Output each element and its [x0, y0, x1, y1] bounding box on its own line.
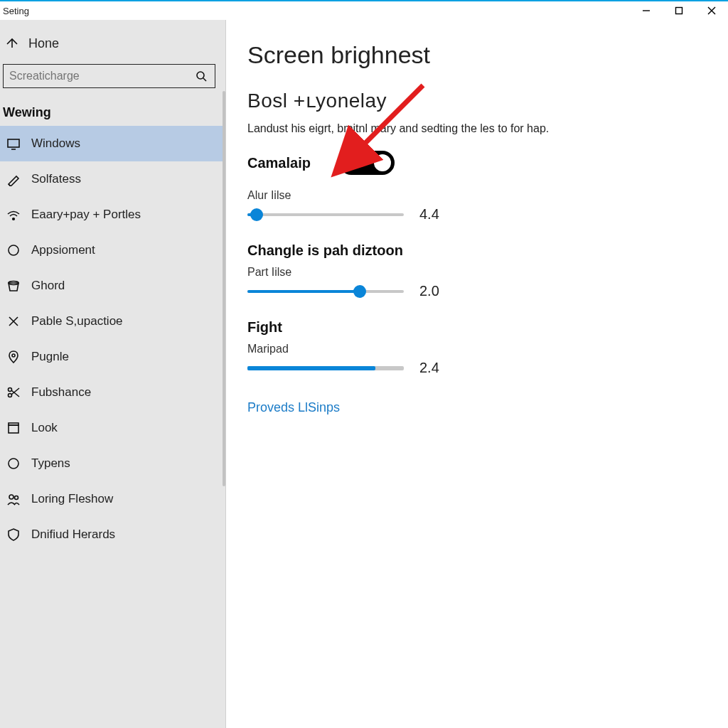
search-input[interactable] — [9, 70, 180, 82]
search-icon — [193, 68, 209, 84]
slider-track[interactable] — [247, 213, 404, 216]
slider-track[interactable] — [247, 290, 404, 293]
slider-track — [247, 366, 404, 370]
page-subheading: Bosl +ʟyonelay — [247, 89, 728, 112]
svg-rect-7 — [8, 139, 19, 147]
sidebar-item-label: Solfatess — [31, 172, 81, 186]
content-pane: Screen brighnest Bosl +ʟyonelay Landust … — [226, 20, 728, 728]
sidebar-item-windows[interactable]: Windows — [0, 126, 225, 161]
display-icon — [6, 136, 21, 151]
svg-point-22 — [9, 459, 18, 469]
slider-value: 2.4 — [419, 360, 439, 376]
close-icon — [707, 6, 716, 15]
home-label: Hone — [28, 36, 59, 51]
people-icon — [6, 491, 21, 507]
sidebar-item-label: Eaary+pay + Portles — [31, 208, 141, 222]
sidebar-item-typens[interactable]: Typens — [0, 446, 225, 481]
section-heading: Changle is pah diztoon — [247, 242, 728, 259]
sidebar: Hone Wewing WindowsSolfatessEaary+pay + … — [0, 20, 226, 728]
svg-rect-20 — [9, 425, 18, 433]
slider-value: 4.4 — [419, 206, 439, 223]
slider-label: Alur Iilse — [247, 189, 728, 202]
page-title: Screen brighnest — [247, 41, 728, 69]
svg-point-23 — [9, 495, 14, 499]
sidebar-item-loring-fleshow[interactable]: Loring Fleshow — [0, 481, 225, 517]
svg-rect-1 — [676, 8, 682, 14]
maximize-icon — [675, 6, 683, 15]
toggle-label: Camalaip — [247, 155, 311, 171]
sidebar-item-label: Dnifiud Herards — [31, 528, 115, 542]
sidebar-item-label: Pable S,upactioe — [31, 314, 123, 328]
svg-point-24 — [15, 496, 18, 500]
close-button[interactable] — [695, 1, 728, 20]
slider-thumb[interactable] — [353, 285, 366, 298]
cross-icon — [6, 314, 21, 329]
slider-value: 2.0 — [419, 283, 439, 299]
box-icon — [6, 420, 21, 436]
pin-icon — [6, 349, 21, 365]
circle-icon — [6, 242, 21, 258]
sidebar-nav: WindowsSolfatessEaary+pay + PortlesAppsi… — [0, 126, 225, 552]
home-icon — [4, 36, 20, 51]
circle-icon — [6, 456, 21, 471]
sidebar-item-pable-s-upactioe[interactable]: Pable S,upactioe — [0, 304, 225, 339]
home-row[interactable]: Hone — [0, 20, 225, 64]
scissors-icon — [6, 385, 21, 400]
svg-point-5 — [197, 72, 204, 79]
sidebar-item-label: Appsioment — [31, 243, 95, 257]
maximize-button[interactable] — [663, 1, 695, 20]
sidebar-item-ghord[interactable]: Ghord — [0, 268, 225, 304]
sidebar-category: Wewing — [0, 98, 225, 126]
sidebar-item-label: Look — [31, 421, 58, 435]
sidebar-item-label: Typens — [31, 456, 70, 471]
sidebar-item-label: Pugnle — [31, 350, 69, 364]
proveds-link[interactable]: Proveds LlSinps — [247, 400, 340, 415]
page-description: Landust his eigrt, bmitnl mary and sedti… — [247, 122, 728, 135]
window-controls — [630, 1, 728, 20]
slider-fill — [247, 290, 360, 293]
minimize-icon — [642, 6, 651, 15]
slider-thumb[interactable] — [250, 208, 263, 221]
toggle-off-indicator-icon — [348, 160, 353, 166]
bucket-icon — [6, 278, 21, 294]
shield-icon — [6, 527, 21, 542]
window-title: Seting — [3, 6, 29, 16]
sidebar-item-pugnle[interactable]: Pugnle — [0, 339, 225, 375]
sidebar-item-look[interactable]: Look — [0, 410, 225, 446]
window-titlebar: Seting — [0, 1, 728, 20]
slider-block: Alur Iilse4.4 — [247, 189, 728, 223]
pen-icon — [6, 171, 21, 187]
minimize-button[interactable] — [630, 1, 663, 20]
svg-point-15 — [12, 354, 15, 357]
sidebar-item-label: Loring Fleshow — [31, 492, 113, 506]
camalaip-toggle[interactable] — [339, 151, 395, 175]
slider-label: Maripad — [247, 343, 728, 355]
wifi-icon — [6, 207, 21, 223]
sidebar-item-eaary-pay-portles[interactable]: Eaary+pay + Portles — [0, 197, 225, 232]
sidebar-item-dnifiud-herards[interactable]: Dnifiud Herards — [0, 517, 225, 552]
slider-label: Part Iilse — [247, 266, 728, 279]
svg-rect-21 — [9, 423, 18, 425]
slider-block: Part Iilse2.0 — [247, 266, 728, 299]
sidebar-item-appsioment[interactable]: Appsioment — [0, 232, 225, 268]
search-box[interactable] — [3, 64, 215, 88]
slider-block: Maripad2.4 — [247, 343, 728, 376]
sidebar-item-label: Windows — [31, 136, 80, 151]
sidebar-item-fubshance[interactable]: Fubshance — [0, 375, 225, 410]
svg-line-9 — [9, 184, 11, 186]
svg-point-10 — [13, 218, 15, 220]
svg-point-11 — [9, 245, 18, 255]
sidebar-item-label: Ghord — [31, 279, 65, 293]
sidebar-item-solfatess[interactable]: Solfatess — [0, 161, 225, 197]
toggle-knob-icon — [374, 154, 391, 171]
svg-line-6 — [203, 78, 206, 81]
slider-fill — [247, 366, 375, 370]
section-heading: Fight — [247, 319, 728, 336]
sidebar-item-label: Fubshance — [31, 385, 91, 400]
